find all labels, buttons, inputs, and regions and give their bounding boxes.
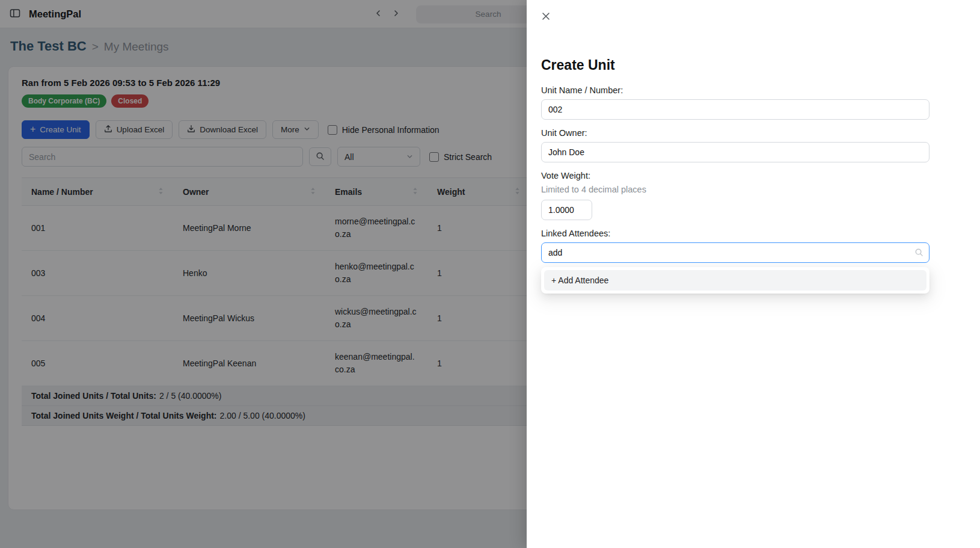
unit-name-label: Unit Name / Number: [541, 85, 966, 95]
add-attendee-option[interactable]: + Add Attendee [544, 270, 926, 291]
drawer-title: Create Unit [541, 57, 966, 73]
create-unit-drawer: Create Unit Unit Name / Number: Unit Own… [527, 0, 980, 548]
linked-attendees-field: Linked Attendees: + Add Attendee [541, 229, 966, 294]
linked-attendees-input[interactable] [541, 242, 929, 263]
unit-name-input[interactable] [541, 99, 929, 120]
unit-owner-label: Unit Owner: [541, 128, 966, 138]
attendee-suggestions-dropdown: + Add Attendee [541, 267, 929, 294]
unit-owner-input[interactable] [541, 142, 929, 162]
drawer-close-button[interactable] [538, 8, 554, 26]
vote-weight-label: Vote Weight: [541, 171, 966, 180]
vote-weight-field: Vote Weight: Limited to 4 decimal places [541, 171, 966, 220]
vote-weight-input[interactable] [541, 200, 592, 220]
linked-attendees-input-wrap [541, 242, 929, 263]
linked-attendees-label: Linked Attendees: [541, 229, 966, 238]
vote-weight-help: Limited to 4 decimal places [541, 185, 966, 194]
unit-name-field: Unit Name / Number: [541, 85, 966, 120]
unit-owner-field: Unit Owner: [541, 128, 966, 162]
close-icon [541, 11, 551, 23]
